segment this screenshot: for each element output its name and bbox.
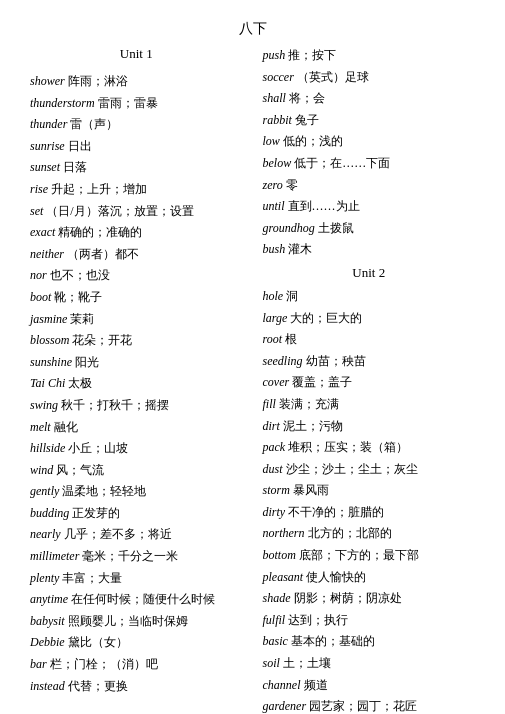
list-item: rabbit 兔子 [263,111,476,130]
list-item: melt 融化 [30,418,243,437]
page-title: 八下 [30,20,475,38]
list-item: fulfil 达到；执行 [263,611,476,630]
list-item: zero 零 [263,176,476,195]
list-item: soil 土；土壤 [263,654,476,673]
list-item: root 根 [263,330,476,349]
list-item: shower 阵雨；淋浴 [30,72,243,91]
list-item: bush 灌木 [263,240,476,259]
list-item: exact 精确的；准确的 [30,223,243,242]
list-item: bar 栏；门栓；（消）吧 [30,655,243,674]
list-item: sunshine 阳光 [30,353,243,372]
list-item: jasmine 茉莉 [30,310,243,329]
list-item: wind 风；气流 [30,461,243,480]
list-item: shall 将；会 [263,89,476,108]
list-item: boot 靴；靴子 [30,288,243,307]
right-vocab-list-unit2: hole 洞large 大的；巨大的root 根seedling 幼苗；秧苗co… [263,287,476,714]
list-item: swing 秋千；打秋千；摇摆 [30,396,243,415]
list-item: low 低的；浅的 [263,132,476,151]
list-item: shade 阴影；树荫；阴凉处 [263,589,476,608]
list-item: hole 洞 [263,287,476,306]
list-item: storm 暴风雨 [263,481,476,500]
list-item: bottom 底部；下方的；最下部 [263,546,476,565]
list-item: gently 温柔地；轻轻地 [30,482,243,501]
list-item: set （日/月）落沉；放置；设置 [30,202,243,221]
list-item: neither （两者）都不 [30,245,243,264]
list-item: hillside 小丘；山坡 [30,439,243,458]
list-item: seedling 幼苗；秧苗 [263,352,476,371]
list-item: below 低于；在……下面 [263,154,476,173]
list-item: babysit 照顾婴儿；当临时保姆 [30,612,243,631]
list-item: instead 代替；更换 [30,677,243,696]
unit2-title: Unit 2 [263,265,476,281]
list-item: channel 频道 [263,676,476,695]
left-vocab-list: shower 阵雨；淋浴thunderstorm 雷雨；雷暴thunder 雷（… [30,72,243,695]
list-item: millimeter 毫米；千分之一米 [30,547,243,566]
list-item: large 大的；巨大的 [263,309,476,328]
right-vocab-list-unit1: push 推；按下soccer （英式）足球shall 将；会rabbit 兔子… [263,46,476,259]
list-item: thunder 雷（声） [30,115,243,134]
list-item: push 推；按下 [263,46,476,65]
list-item: dirt 泥土；污物 [263,417,476,436]
list-item: basic 基本的；基础的 [263,632,476,651]
list-item: dirty 不干净的；脏腊的 [263,503,476,522]
list-item: plenty 丰富；大量 [30,569,243,588]
list-item: anytime 在任何时候；随便什么时候 [30,590,243,609]
list-item: until 直到……为止 [263,197,476,216]
list-item: Tai Chi 太极 [30,374,243,393]
list-item: blossom 花朵；开花 [30,331,243,350]
list-item: sunset 日落 [30,158,243,177]
list-item: thunderstorm 雷雨；雷暴 [30,94,243,113]
list-item: northern 北方的；北部的 [263,524,476,543]
list-item: nearly 几乎；差不多；将近 [30,525,243,544]
list-item: nor 也不；也没 [30,266,243,285]
unit1-title-left: Unit 1 [30,46,243,62]
list-item: dust 沙尘；沙土；尘土；灰尘 [263,460,476,479]
list-item: fill 装满；充满 [263,395,476,414]
list-item: sunrise 日出 [30,137,243,156]
list-item: pack 堆积；压实；装（箱） [263,438,476,457]
list-item: gardener 园艺家；园丁；花匠 [263,697,476,714]
list-item: pleasant 使人愉快的 [263,568,476,587]
list-item: soccer （英式）足球 [263,68,476,87]
list-item: Debbie 黛比（女） [30,633,243,652]
list-item: budding 正发芽的 [30,504,243,523]
list-item: cover 覆盖；盖子 [263,373,476,392]
list-item: groundhog 土拨鼠 [263,219,476,238]
list-item: rise 升起；上升；增加 [30,180,243,199]
